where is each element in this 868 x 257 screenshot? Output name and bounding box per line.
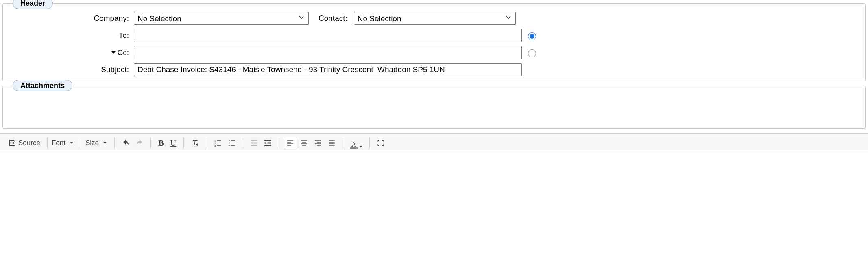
caret-down-icon	[70, 139, 74, 147]
row-to: To:	[12, 29, 856, 42]
contact-select[interactable]: No Selection	[354, 12, 516, 25]
company-label: Company:	[12, 14, 130, 23]
svg-rect-27	[302, 145, 306, 145]
caret-down-icon	[359, 145, 362, 149]
svg-rect-13	[253, 142, 257, 143]
svg-rect-28	[315, 140, 321, 141]
svg-rect-17	[267, 142, 271, 143]
svg-rect-20	[287, 140, 293, 141]
align-center-button[interactable]	[297, 137, 311, 149]
separator	[114, 138, 115, 148]
to-radio[interactable]	[528, 32, 536, 40]
to-input[interactable]	[134, 29, 522, 42]
cc-input[interactable]	[134, 46, 522, 59]
indent-button[interactable]	[261, 137, 275, 149]
separator	[243, 138, 243, 148]
cc-radio[interactable]	[528, 49, 536, 57]
subject-label: Subject:	[12, 65, 130, 74]
svg-rect-19	[264, 145, 271, 146]
svg-rect-11	[231, 145, 235, 146]
separator	[369, 138, 370, 148]
size-combo[interactable]: Size	[85, 139, 110, 147]
align-right-button[interactable]	[311, 137, 325, 149]
svg-rect-29	[317, 142, 321, 142]
subject-input[interactable]	[134, 63, 522, 76]
svg-rect-31	[317, 145, 321, 145]
bullet-list-button[interactable]	[225, 137, 239, 149]
svg-rect-25	[302, 142, 306, 142]
svg-rect-3	[217, 143, 221, 143]
svg-point-10	[229, 145, 230, 146]
svg-rect-21	[287, 142, 291, 142]
row-subject: Subject:	[12, 63, 856, 76]
maximize-button[interactable]	[374, 137, 388, 149]
svg-rect-33	[329, 142, 335, 142]
svg-rect-15	[251, 145, 257, 146]
attachments-body[interactable]	[8, 92, 860, 123]
cc-label: Cc:	[12, 48, 130, 57]
row-company-contact: Company: No Selection Contact: No Select…	[12, 12, 856, 25]
svg-rect-7	[231, 140, 235, 141]
numbered-list-button[interactable]: 123	[211, 137, 225, 149]
to-label: To:	[12, 31, 130, 40]
header-section: Header Company: No Selection Contact: No…	[2, 3, 866, 81]
separator	[150, 138, 151, 148]
undo-button[interactable]	[119, 137, 133, 149]
separator	[47, 138, 48, 148]
svg-rect-1	[217, 140, 221, 141]
svg-rect-18	[267, 144, 271, 145]
svg-rect-9	[231, 143, 235, 143]
svg-text:2: 2	[214, 142, 216, 145]
font-combo[interactable]: Font	[52, 139, 77, 147]
company-select[interactable]: No Selection	[134, 12, 309, 25]
separator	[183, 138, 184, 148]
outdent-button[interactable]	[247, 137, 261, 149]
underline-button[interactable]: U	[167, 137, 179, 149]
attachments-section: Attachments	[2, 86, 866, 129]
caret-down-icon	[103, 139, 107, 147]
caret-down-icon[interactable]	[111, 50, 116, 55]
align-left-button[interactable]	[284, 137, 297, 149]
separator	[343, 138, 343, 148]
contact-label: Contact:	[313, 14, 350, 23]
svg-rect-22	[287, 143, 293, 144]
svg-rect-23	[287, 145, 291, 145]
svg-text:3: 3	[214, 145, 216, 147]
text-color-button[interactable]: A	[347, 137, 365, 149]
svg-point-8	[229, 143, 230, 144]
editor-toolbar: Source Font Size B U	[0, 134, 868, 152]
separator	[279, 138, 279, 148]
bold-button[interactable]: B	[155, 137, 167, 149]
row-cc: Cc:	[12, 46, 856, 59]
svg-rect-16	[264, 140, 271, 141]
attachments-legend: Attachments	[13, 80, 72, 91]
svg-rect-26	[301, 143, 307, 144]
clear-format-button[interactable]	[188, 137, 203, 149]
redo-button[interactable]	[133, 137, 146, 149]
source-button[interactable]: Source	[6, 137, 43, 149]
svg-rect-5	[217, 145, 221, 146]
header-legend: Header	[13, 0, 53, 9]
separator	[207, 138, 207, 148]
separator	[81, 138, 81, 148]
align-justify-button[interactable]	[325, 137, 339, 149]
svg-rect-32	[329, 140, 335, 141]
svg-rect-14	[253, 144, 257, 145]
svg-rect-30	[315, 143, 321, 144]
svg-rect-35	[329, 145, 335, 145]
svg-rect-24	[301, 140, 307, 141]
svg-rect-34	[329, 143, 335, 144]
svg-rect-12	[251, 140, 257, 141]
svg-text:1: 1	[214, 140, 216, 142]
source-icon	[9, 139, 16, 147]
svg-point-6	[229, 140, 230, 141]
header-grid: Company: No Selection Contact: No Select…	[12, 12, 856, 76]
editor-frame: Source Font Size B U	[0, 133, 868, 152]
